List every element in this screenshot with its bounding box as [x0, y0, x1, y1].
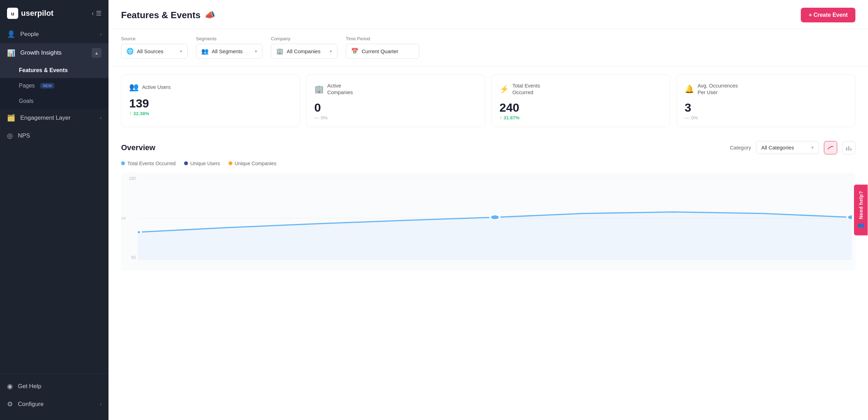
- active-users-change-value: 32.38%: [133, 111, 149, 116]
- pages-label: Pages: [19, 83, 35, 89]
- sidebar-collapse-button[interactable]: ‹☰: [92, 9, 102, 17]
- sidebar-item-features-events[interactable]: Features & Events: [0, 63, 108, 78]
- chart-y-label-180: 180: [129, 176, 136, 181]
- active-companies-value: 0: [314, 101, 477, 114]
- segments-filter-label: Segments: [196, 36, 262, 41]
- avg-occurrences-change: — 0%: [685, 115, 847, 120]
- legend-label-total-events: Total Events Occurred: [127, 161, 176, 166]
- get-help-icon: ◉: [7, 382, 13, 390]
- sidebar-bottom: ◉ Get Help ⚙ Configure ›: [0, 373, 108, 420]
- line-chart-button[interactable]: [824, 141, 837, 154]
- svg-rect-2: [850, 148, 852, 150]
- megaphone-icon: 📣: [205, 10, 215, 20]
- company-filter-icon: 🏢: [276, 48, 284, 55]
- people-icon: 👤: [7, 30, 15, 38]
- sidebar-item-nps[interactable]: ◎ NPS: [0, 127, 108, 145]
- sidebar-nav: 👤 People › 📊 Growth Insights ▲ Features …: [0, 25, 108, 370]
- avg-occurrences-change-value: 0%: [691, 115, 698, 120]
- logo: u userpilot: [7, 8, 54, 19]
- active-users-icon: 👥: [129, 83, 139, 92]
- sidebar-item-label-growth-insights: Growth Insights: [20, 49, 62, 56]
- chart-y-label-count: Count: [121, 216, 126, 220]
- sidebar-item-label-get-help: Get Help: [18, 383, 41, 390]
- active-users-trend-icon: ↑: [129, 111, 132, 116]
- chart-area: 180 90 Count: [121, 173, 855, 271]
- active-companies-change: — 0%: [314, 115, 477, 120]
- company-filter-select[interactable]: 🏢 All Companies ▾: [271, 44, 337, 59]
- overview-section: Overview Category All Categories ▾: [108, 133, 868, 277]
- legend-item-total-events: Total Events Occurred: [121, 161, 176, 166]
- sidebar-item-pages[interactable]: Pages NEW: [0, 78, 108, 93]
- goals-label: Goals: [19, 98, 34, 104]
- overview-chart: [138, 176, 852, 260]
- active-companies-icon: 🏢: [314, 85, 324, 94]
- stats-row: 👥 Active Users 139 ↑ 32.38% 🏢 ActiveComp…: [108, 66, 868, 133]
- time-period-filter-group: Time Period 📅 Current Quarter: [346, 36, 419, 59]
- overview-header: Overview Category All Categories ▾: [121, 141, 855, 154]
- segments-filter-select[interactable]: 👥 All Segments ▾: [196, 44, 262, 59]
- source-filter-group: Source 🌐 All Sources ▾: [121, 36, 188, 59]
- stat-card-active-users: 👥 Active Users 139 ↑ 32.38%: [121, 75, 300, 127]
- page-title: Features & Events: [121, 10, 201, 21]
- active-companies-change-value: 0%: [321, 115, 328, 120]
- total-events-change-value: 31.87%: [504, 115, 520, 120]
- active-users-value: 139: [129, 97, 292, 110]
- total-events-icon: ⚡: [499, 85, 509, 94]
- total-events-trend-icon: ↑: [499, 115, 502, 120]
- stat-card-avg-occurrences: 🔔 Avg. OccurrencesPer User 3 — 0%: [677, 75, 855, 127]
- create-event-button[interactable]: + Create Event: [801, 8, 855, 22]
- sidebar: u userpilot ‹☰ 👤 People › 📊 Growth Insig…: [0, 0, 108, 420]
- stat-card-active-companies: 🏢 ActiveCompanies 0 — 0%: [306, 75, 485, 127]
- segments-filter-chevron-icon: ▾: [255, 49, 257, 54]
- sidebar-item-label-people: People: [20, 31, 39, 38]
- legend-item-unique-companies: Unique Companies: [229, 161, 276, 166]
- source-filter-select[interactable]: 🌐 All Sources ▾: [121, 44, 188, 59]
- configure-icon: ⚙: [7, 400, 13, 408]
- time-period-filter-value: Current Quarter: [362, 48, 398, 54]
- segments-filter-group: Segments 👥 All Segments ▾: [196, 36, 262, 59]
- need-help-tab[interactable]: 👤 Need help?: [854, 185, 868, 236]
- time-period-filter-icon: 📅: [351, 48, 358, 55]
- engagement-chevron-icon: ›: [100, 115, 102, 120]
- overview-title: Overview: [121, 143, 155, 152]
- features-events-label: Features & Events: [19, 67, 68, 74]
- category-select[interactable]: All Categories ▾: [756, 141, 819, 154]
- sidebar-item-growth-insights[interactable]: 📊 Growth Insights ▲: [0, 43, 108, 63]
- active-users-change: ↑ 32.38%: [129, 111, 292, 116]
- need-help-label: Need help?: [858, 191, 864, 219]
- avg-occurrences-value: 3: [685, 101, 847, 114]
- category-label: Category: [730, 145, 751, 150]
- legend-item-unique-users: Unique Users: [184, 161, 220, 166]
- sidebar-item-engagement-layer[interactable]: 🗂️ Engagement Layer ›: [0, 109, 108, 127]
- legend-dot-unique-users: [184, 161, 188, 165]
- sidebar-header: u userpilot ‹☰: [0, 0, 108, 25]
- sidebar-item-label-nps: NPS: [18, 132, 30, 139]
- total-events-change: ↑ 31.87%: [499, 115, 662, 120]
- bar-chart-icon: [846, 145, 852, 151]
- growth-insights-expand-button[interactable]: ▲: [92, 48, 102, 58]
- legend-label-unique-companies: Unique Companies: [235, 161, 276, 166]
- active-companies-neutral-icon: —: [314, 115, 319, 120]
- chart-y-label-90: 90: [131, 255, 136, 260]
- company-filter-value: All Companies: [287, 48, 321, 54]
- sidebar-item-configure[interactable]: ⚙ Configure ›: [0, 395, 108, 413]
- avg-occurrences-title: Avg. OccurrencesPer User: [698, 83, 738, 96]
- legend-label-unique-users: Unique Users: [190, 161, 220, 166]
- people-chevron-icon: ›: [100, 31, 102, 37]
- sidebar-item-goals[interactable]: Goals: [0, 93, 108, 109]
- bar-chart-button[interactable]: [842, 141, 855, 154]
- need-help-icon: 👤: [858, 222, 864, 229]
- time-period-filter-select[interactable]: 📅 Current Quarter: [346, 44, 419, 59]
- chart-point-mid: [490, 215, 499, 219]
- page-title-row: Features & Events 📣: [121, 10, 215, 21]
- svg-rect-0: [846, 147, 847, 150]
- total-events-value: 240: [499, 101, 662, 114]
- company-filter-group: Company 🏢 All Companies ▾: [271, 36, 337, 59]
- sidebar-item-label-engagement: Engagement Layer: [20, 114, 71, 121]
- source-filter-label: Source: [121, 36, 188, 41]
- sidebar-item-people[interactable]: 👤 People ›: [0, 25, 108, 43]
- sidebar-item-get-help[interactable]: ◉ Get Help: [0, 377, 108, 395]
- configure-chevron-icon: ›: [100, 401, 102, 407]
- category-chevron-icon: ▾: [811, 145, 814, 150]
- chart-svg-container: [138, 176, 852, 260]
